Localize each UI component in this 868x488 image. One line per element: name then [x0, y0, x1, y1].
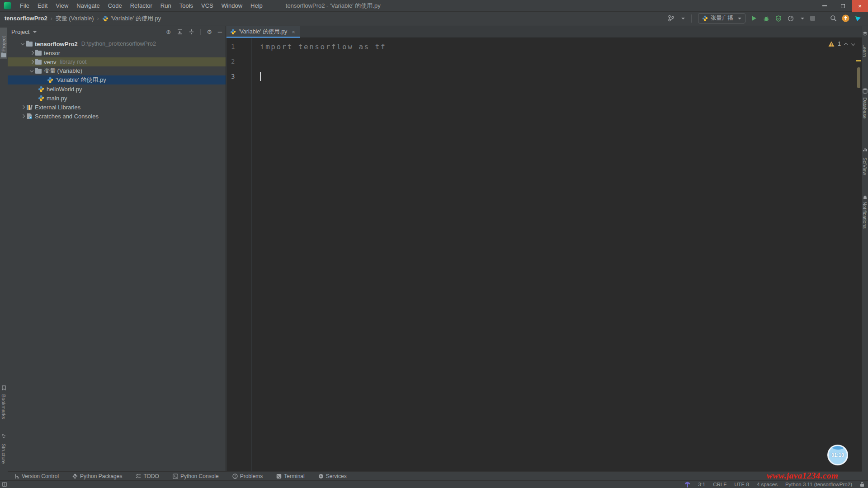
- tool-button-version-control[interactable]: Version Control: [14, 473, 59, 479]
- project-panel: Project ⊕ ⚙ ─ tensorflowPro2 D:\python_p…: [8, 26, 226, 471]
- status-bar: 3:1 CRLF UTF-8 4 spaces Python 3.11 (ten…: [0, 480, 868, 488]
- python-icon: [702, 15, 708, 21]
- collapse-all-icon[interactable]: [189, 29, 194, 35]
- chevron-down-icon[interactable]: [801, 18, 804, 19]
- line-number: 2: [231, 54, 245, 69]
- ide-pro-badge-button[interactable]: [854, 14, 862, 22]
- tool-button-label: Terminal: [284, 473, 304, 479]
- menu-view[interactable]: View: [52, 0, 72, 12]
- tree-item-main[interactable]: main.py: [8, 94, 226, 103]
- menu-vcs[interactable]: VCS: [197, 0, 217, 12]
- debug-bug-icon: [763, 15, 769, 22]
- chevron-down-icon[interactable]: [33, 31, 37, 33]
- update-notification-button[interactable]: [842, 14, 849, 22]
- debug-button[interactable]: [762, 14, 770, 22]
- editor-body[interactable]: 1 2 3 import tensorflow as tf 1: [226, 38, 862, 471]
- tree-item-scratches[interactable]: Scratches and Consoles: [8, 112, 226, 121]
- layout-icon[interactable]: [2, 482, 7, 487]
- menu-refactor[interactable]: Refactor: [126, 0, 156, 12]
- breadcrumb-project[interactable]: tensorflowPro2: [5, 15, 47, 22]
- close-button[interactable]: ×: [852, 0, 868, 12]
- breadcrumb-folder[interactable]: 变量 (Variable): [56, 14, 94, 23]
- run-configuration-select[interactable]: 张量广播: [698, 13, 745, 23]
- menu-edit[interactable]: Edit: [33, 0, 52, 12]
- profiler-button[interactable]: [787, 14, 794, 22]
- file-encoding[interactable]: UTF-8: [734, 482, 749, 487]
- line-separator[interactable]: CRLF: [713, 482, 726, 487]
- tree-item-variable-folder[interactable]: 变量 (Variable): [8, 66, 226, 75]
- tree-item-tensor[interactable]: tensor: [8, 48, 226, 57]
- pycharm-window: File Edit View Navigate Code Refactor Ru…: [0, 0, 868, 488]
- project-panel-title[interactable]: Project: [11, 28, 29, 35]
- expand-all-icon[interactable]: [177, 29, 183, 35]
- tree-item-venv[interactable]: venv library root: [8, 57, 226, 66]
- select-opened-file-icon[interactable]: ⊕: [166, 29, 171, 35]
- minimize-button[interactable]: [816, 0, 834, 12]
- tool-stripe-learn[interactable]: Learn: [862, 31, 868, 53]
- tool-button-services[interactable]: Services: [318, 473, 347, 479]
- menu-help[interactable]: Help: [246, 0, 267, 12]
- chevron-collapsed-icon[interactable]: [28, 50, 35, 56]
- tool-stripe-sciview[interactable]: SciView: [862, 147, 868, 169]
- tree-item-external-libraries[interactable]: External Libraries: [8, 103, 226, 112]
- pycharm-logo-icon: [4, 2, 11, 9]
- recording-timer-label: 01:10: [831, 452, 844, 458]
- breadcrumb-file[interactable]: 'Variable' 的使用.py: [102, 14, 161, 23]
- recording-timer-bubble[interactable]: 01:10: [827, 445, 848, 465]
- tree-item-label: 变量 (Variable): [44, 67, 82, 75]
- python-interpreter[interactable]: Python 3.11 (tensorflowPro2): [785, 482, 852, 487]
- menu-window[interactable]: Window: [217, 0, 246, 12]
- tool-button-terminal[interactable]: Terminal: [276, 473, 304, 479]
- menu-navigate[interactable]: Navigate: [72, 0, 104, 12]
- close-tab-icon[interactable]: ×: [292, 28, 295, 35]
- chevron-collapsed-icon[interactable]: [19, 113, 26, 119]
- tool-stripe-database[interactable]: Database: [862, 88, 868, 111]
- chevron-down-icon[interactable]: [681, 18, 685, 19]
- editor-tab-label: 'Variable' 的使用.py: [239, 28, 287, 36]
- tool-button-todo[interactable]: TODO: [136, 473, 159, 479]
- tree-item-variable-file[interactable]: 'Variable' 的使用.py: [8, 75, 226, 84]
- run-button[interactable]: [750, 14, 758, 22]
- tool-button-python-packages[interactable]: Python Packages: [72, 473, 122, 479]
- tool-stripe-project[interactable]: Project: [0, 28, 7, 59]
- python-file-icon: [102, 15, 108, 22]
- tool-button-problems[interactable]: Problems: [232, 473, 263, 479]
- structure-icon: [1, 433, 6, 438]
- tree-item-root[interactable]: tensorflowPro2 D:\python_pro\tensorflowP…: [8, 39, 226, 48]
- tool-stripe-notifications[interactable]: Notifications: [862, 195, 868, 218]
- scrollbar-thumb[interactable]: [857, 67, 860, 88]
- previous-problem-icon[interactable]: [844, 42, 848, 46]
- profiler-icon: [788, 15, 794, 22]
- hide-panel-icon[interactable]: ─: [218, 29, 222, 35]
- navigation-toolbar: tensorflowPro2 › 变量 (Variable) › 'Variab…: [0, 12, 868, 25]
- next-problem-icon[interactable]: [851, 42, 855, 46]
- line-number-current: 3: [231, 69, 245, 84]
- chevron-expanded-icon[interactable]: [19, 41, 26, 47]
- editor-tab[interactable]: 'Variable' 的使用.py ×: [226, 26, 300, 38]
- run-coverage-button[interactable]: [774, 14, 782, 22]
- menu-file[interactable]: File: [16, 0, 33, 12]
- tool-stripe-notifications-label: Notifications: [862, 202, 868, 229]
- gear-icon[interactable]: ⚙: [207, 29, 212, 35]
- tool-button-python-console[interactable]: Python Console: [173, 473, 219, 479]
- indent-setting[interactable]: 4 spaces: [757, 482, 778, 487]
- tree-item-helloworld[interactable]: helloWorld.py: [8, 84, 226, 94]
- menu-code[interactable]: Code: [104, 0, 126, 12]
- tool-stripe-structure-label: Structure: [1, 444, 6, 464]
- git-branch-button[interactable]: [667, 14, 675, 22]
- caret-position[interactable]: 3:1: [698, 482, 705, 487]
- chevron-expanded-icon[interactable]: [28, 68, 35, 74]
- tool-stripe-bookmarks[interactable]: Bookmarks: [0, 385, 7, 424]
- chevron-collapsed-icon[interactable]: [28, 59, 35, 65]
- stop-button[interactable]: [809, 14, 816, 22]
- menu-run[interactable]: Run: [156, 0, 175, 12]
- menu-tools[interactable]: Tools: [175, 0, 197, 12]
- tool-button-label: Services: [326, 473, 347, 479]
- inspections-widget[interactable]: 1: [828, 41, 855, 47]
- lock-icon[interactable]: [860, 482, 864, 487]
- tree-item-path: D:\python_pro\tensorflowPro2: [81, 41, 156, 47]
- search-everywhere-button[interactable]: [830, 14, 837, 22]
- maximize-button[interactable]: [834, 0, 852, 12]
- tool-stripe-structure[interactable]: Structure: [0, 433, 7, 469]
- chevron-collapsed-icon[interactable]: [19, 104, 26, 110]
